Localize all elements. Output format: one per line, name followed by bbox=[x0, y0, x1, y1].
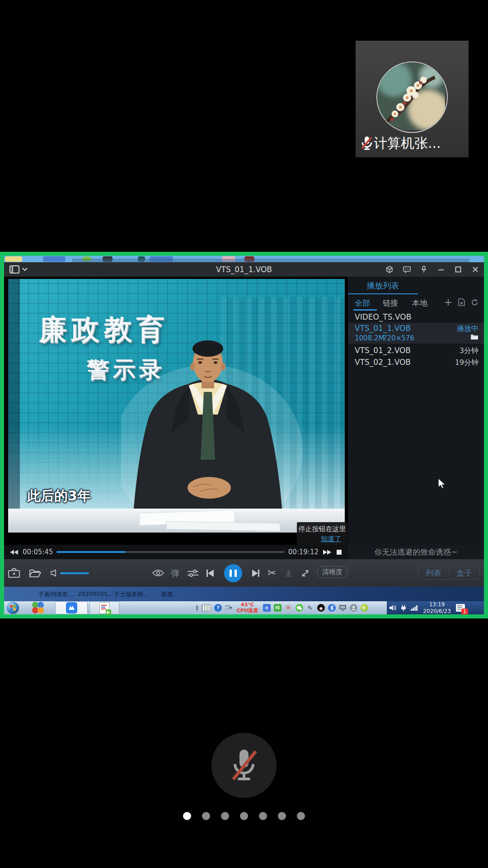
rewind-icon[interactable] bbox=[10, 550, 18, 555]
playlist-item-active[interactable]: VTS_01_1.VOB 播放中 1008.2M 720×576 bbox=[348, 323, 484, 344]
playlist-item-duration: 19分钟 bbox=[455, 358, 479, 368]
display-icon[interactable] bbox=[339, 604, 347, 612]
tab-local[interactable]: 本地 bbox=[412, 298, 427, 308]
add-to-playlist-icon[interactable] bbox=[445, 299, 452, 306]
clip-scissors-icon[interactable]: ✂ bbox=[267, 567, 276, 579]
taskbar-clock[interactable]: 13:19 2020/6/23 bbox=[422, 601, 452, 614]
desktop-icon-blob bbox=[5, 256, 22, 262]
volume-icon[interactable] bbox=[51, 559, 58, 587]
video-edge-band bbox=[8, 279, 20, 533]
wechat-icon[interactable] bbox=[296, 604, 303, 612]
desktop-label[interactable]: 20200505... bbox=[78, 590, 113, 597]
quality-button[interactable]: 清晰度 bbox=[317, 566, 348, 578]
open-folder-icon[interactable] bbox=[470, 334, 479, 340]
playlist-item-size: 1008.2M bbox=[355, 334, 384, 342]
chevron-down-icon[interactable] bbox=[22, 268, 28, 271]
stop-icon[interactable] bbox=[337, 550, 342, 555]
bluetooth-icon[interactable] bbox=[328, 604, 336, 612]
playlist-item-name: VTS_01_2.VOB bbox=[355, 346, 411, 355]
antivirus-icon[interactable]: + bbox=[361, 604, 368, 612]
loop-mode-icon[interactable] bbox=[471, 299, 479, 306]
taskbar-videoplayer-button[interactable]: ▶ bbox=[89, 601, 119, 614]
page-dot bbox=[240, 812, 248, 820]
desktop-label[interactable]: 于土瑞老师... bbox=[114, 590, 149, 599]
mouse-cursor bbox=[438, 478, 448, 489]
pen-icon[interactable]: ✎ bbox=[306, 604, 314, 612]
tooltip-arrow bbox=[330, 544, 338, 545]
time-total: 00:19:12 bbox=[288, 548, 319, 556]
desktop-icon-blob bbox=[43, 256, 66, 262]
start-button[interactable] bbox=[7, 602, 19, 614]
taskbar-clock-section: 13:19 2020/6/23 1 bbox=[387, 601, 484, 614]
participant-tile[interactable]: 计算机张... bbox=[356, 41, 469, 157]
pause-button[interactable] bbox=[224, 564, 242, 582]
list-view-button[interactable]: 列表 bbox=[418, 568, 449, 578]
notification-center-icon[interactable]: 1 bbox=[456, 604, 465, 612]
video-display-area[interactable]: 廉政教育 警示录 bbox=[4, 277, 348, 545]
desktop-sliver bbox=[4, 256, 484, 262]
eye-icon[interactable] bbox=[152, 559, 164, 587]
next-track-icon[interactable] bbox=[252, 559, 259, 587]
page-dot bbox=[297, 812, 305, 820]
hide-arrows-icon[interactable]: ▲▼ bbox=[196, 604, 198, 611]
tooltip-dismiss-link[interactable]: 知道了 bbox=[297, 535, 341, 543]
iqiyi-icon[interactable]: iQ bbox=[274, 604, 282, 612]
pin-icon[interactable] bbox=[420, 265, 428, 274]
playlist-item-duration: 3分钟 bbox=[460, 346, 479, 356]
toolbox-icon[interactable] bbox=[8, 559, 20, 587]
qq-icon[interactable] bbox=[317, 604, 325, 612]
window-stack-icon[interactable]: ❐▾ bbox=[225, 605, 232, 611]
seek-bar-fill bbox=[56, 551, 125, 553]
open-file-icon[interactable] bbox=[29, 559, 41, 587]
desktop-label[interactable]: 于高明强老... bbox=[38, 590, 73, 599]
previous-track-icon[interactable] bbox=[206, 559, 214, 587]
playlist-header-underline bbox=[348, 293, 418, 294]
mic-mute-button[interactable] bbox=[211, 733, 277, 798]
seek-bar[interactable] bbox=[56, 551, 284, 553]
resize-arrows-icon[interactable] bbox=[301, 559, 310, 587]
player-window-titlebar: VTS_01_1.VOB bbox=[4, 262, 484, 277]
playing-status: 播放中 bbox=[457, 324, 479, 334]
stop-button-tooltip: 停止按钮在这里 知道了 bbox=[297, 522, 347, 545]
playlist-item[interactable]: VIDEO_TS.VOB bbox=[348, 311, 484, 323]
settings-sliders-icon[interactable] bbox=[188, 559, 198, 587]
taskbar-app-icon[interactable] bbox=[32, 602, 44, 614]
cpu-temp-label: CPU温度 bbox=[237, 608, 258, 613]
clock-time: 13:19 bbox=[429, 601, 445, 608]
danmaku-toggle[interactable]: 弹 bbox=[171, 568, 179, 580]
desktop-label[interactable]: 获奖 bbox=[161, 590, 173, 599]
fast-forward-icon[interactable] bbox=[323, 550, 331, 555]
contact-icon[interactable] bbox=[350, 604, 357, 612]
cube-icon[interactable] bbox=[385, 265, 394, 274]
volume-tray-icon[interactable] bbox=[389, 605, 396, 611]
box-view-button[interactable]: 盒子 bbox=[449, 568, 479, 578]
cpu-temp-readout[interactable]: 43°C CPU温度 bbox=[235, 602, 260, 613]
comment-icon[interactable] bbox=[403, 265, 411, 274]
keyboard-icon[interactable] bbox=[202, 604, 211, 611]
video-list-icon[interactable]: ≣ bbox=[263, 604, 271, 612]
minimize-icon[interactable] bbox=[437, 265, 445, 274]
playlist-item[interactable]: VTS_01_2.VOB 3分钟 bbox=[348, 344, 484, 356]
avatar bbox=[376, 61, 448, 133]
tab-links[interactable]: 链接 bbox=[383, 298, 398, 308]
clear-playlist-icon[interactable] bbox=[458, 298, 465, 306]
help-icon[interactable]: ? bbox=[214, 604, 222, 612]
network-blocked-icon[interactable]: ✕ bbox=[285, 604, 292, 612]
tab-all[interactable]: 全部 bbox=[355, 298, 370, 308]
download-icon[interactable] bbox=[285, 559, 292, 587]
tooltip-message: 停止按钮在这里 bbox=[297, 525, 347, 533]
player-control-bar: 弹 ✂ 清晰度 列表 盒子 bbox=[4, 559, 484, 587]
taskbar-meeting-app-button[interactable] bbox=[55, 601, 88, 614]
power-plug-icon[interactable] bbox=[400, 605, 407, 611]
maximize-icon[interactable] bbox=[454, 265, 462, 274]
network-signal-icon[interactable] bbox=[411, 605, 418, 611]
volume-slider[interactable] bbox=[60, 572, 89, 574]
close-icon[interactable] bbox=[471, 265, 479, 274]
windows-taskbar: ▶ ▲▼ ? ❐▾ 43°C CPU温度 ≣ iQ ✕ ✎ bbox=[4, 601, 484, 614]
playlist-item[interactable]: VTS_02_1.VOB 19分钟 bbox=[348, 356, 484, 368]
shared-screen-region[interactable]: VTS_01_1.VOB 廉政教育 bbox=[0, 252, 488, 618]
windows-flag-icon bbox=[10, 605, 16, 611]
film-icon[interactable] bbox=[9, 265, 19, 274]
playlist-panel: 播放列表 全部 链接 本地 VIDEO_TS.VOB VTS_01_1.VOB … bbox=[348, 277, 484, 545]
desktop-wallpaper-strip: 于高明强老... 20200505... 于土瑞老师... 获奖 bbox=[4, 587, 484, 601]
